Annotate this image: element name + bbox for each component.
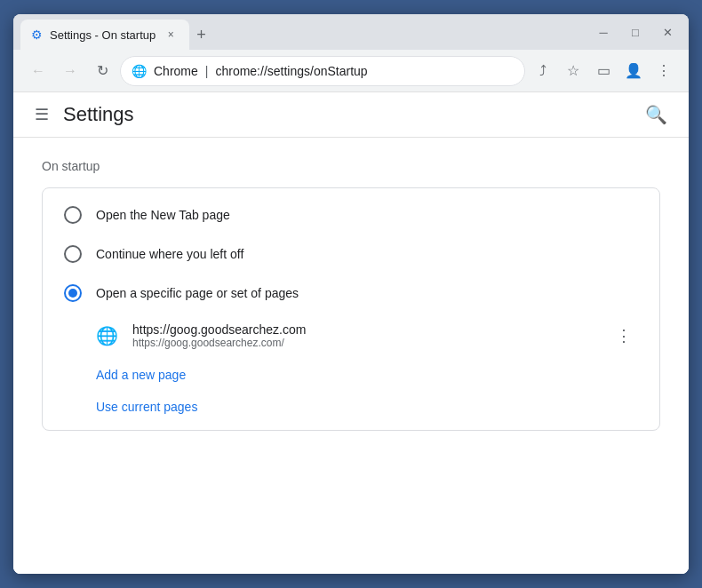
settings-header: ☰ Settings 🔍 [13,92,689,138]
toolbar-actions: ⤴ ☆ ▭ 👤 ⋮ [529,57,678,85]
close-window-button[interactable]: ✕ [653,20,682,44]
share-button[interactable]: ⤴ [529,57,557,85]
search-icon[interactable]: 🔍 [645,104,667,125]
startup-options-card: Open the New Tab page Continue where you… [42,187,660,431]
add-new-page-button[interactable]: Add a new page [43,359,207,391]
tab-close-button[interactable]: × [163,27,179,43]
chrome-logo-icon: 🌐 [132,64,147,78]
option-continue-label: Continue where you left off [96,247,243,261]
reload-button[interactable]: ↻ [88,57,116,85]
address-domain: Chrome [154,64,198,78]
option-specific-label: Open a specific page or set of pages [96,286,299,300]
page-content: PC ☰ Settings 🔍 On startup Open the New … [13,92,689,574]
use-current-pages-button[interactable]: Use current pages [43,391,219,423]
tab-favicon: ⚙ [31,28,43,42]
address-separator: | [205,64,209,78]
hamburger-menu-icon[interactable]: ☰ [35,105,49,124]
settings-body: On startup Open the New Tab page Continu… [13,138,689,452]
forward-button[interactable]: → [56,57,84,85]
back-button[interactable]: ← [24,57,52,85]
startup-page-item: 🌐 https://goog.goodsearchez.com https://… [43,313,659,359]
page-info: https://goog.goodsearchez.com https://go… [132,322,595,349]
radio-new-tab[interactable] [64,206,82,224]
address-bar[interactable]: 🌐 Chrome | chrome://settings/onStartup [120,56,525,86]
section-title: On startup [42,159,660,173]
continue-option[interactable]: Continue where you left off [43,234,659,274]
bookmark-button[interactable]: ☆ [559,57,587,85]
minimize-button[interactable]: ─ [589,20,618,44]
radio-continue[interactable] [64,245,82,263]
globe-icon: 🌐 [96,325,118,346]
browser-window: ⚙ Settings - On startup × + ─ □ ✕ ← → ↻ … [13,14,689,574]
address-path: chrome://settings/onStartup [215,64,367,78]
option-new-tab-label: Open the New Tab page [96,208,230,222]
tab-label: Settings - On startup [50,28,156,42]
specific-page-option[interactable]: Open a specific page or set of pages [43,274,659,313]
page-title: Settings [63,103,645,126]
page-url-sub: https://goog.goodsearchez.com/ [132,337,595,349]
settings-main: PC ☰ Settings 🔍 On startup Open the New … [13,92,689,574]
profile-button[interactable]: 👤 [619,57,648,85]
radio-specific-selected[interactable] [64,284,82,302]
page-url-main: https://goog.goodsearchez.com [132,322,595,337]
toolbar: ← → ↻ 🌐 Chrome | chrome://settings/onSta… [13,50,689,92]
title-bar: ⚙ Settings - On startup × + ─ □ ✕ [13,14,689,50]
page-more-button[interactable]: ⋮ [610,322,638,350]
chrome-menu-button[interactable]: ⋮ [650,57,678,85]
tab-area: ⚙ Settings - On startup × + [20,14,578,50]
maximize-button[interactable]: □ [621,20,650,44]
radio-inner-dot [68,289,77,298]
active-tab[interactable]: ⚙ Settings - On startup × [20,20,189,50]
open-new-tab-option[interactable]: Open the New Tab page [43,195,659,234]
sidebar-button[interactable]: ▭ [589,57,618,85]
new-tab-button[interactable]: + [189,20,213,50]
window-controls: ─ □ ✕ [589,20,682,44]
